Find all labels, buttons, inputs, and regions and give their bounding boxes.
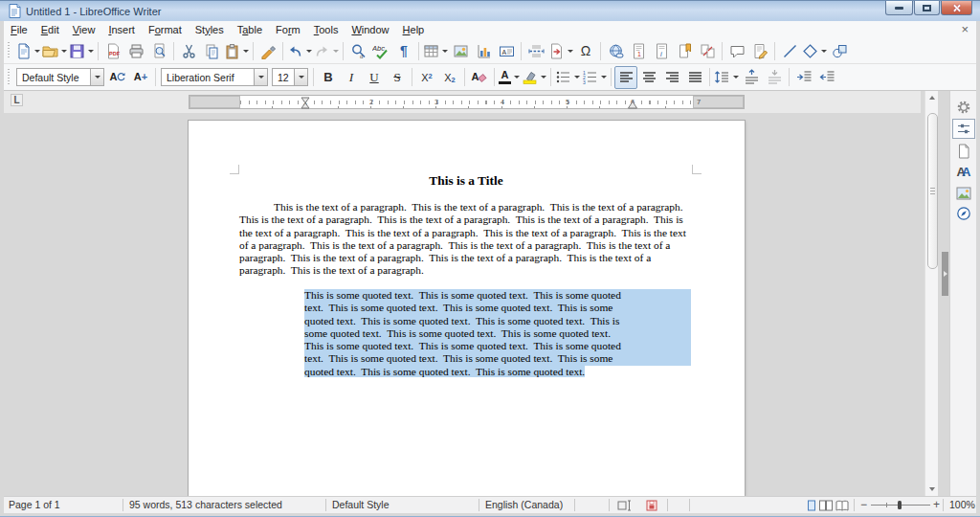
status-word-count[interactable]: 95 words, 513 characters selected [129, 497, 282, 513]
menu-item[interactable]: Table [231, 22, 269, 37]
toolbar-grip[interactable] [6, 69, 11, 86]
zoom-percentage[interactable]: 100% [949, 497, 975, 513]
view-multi-page-button[interactable] [819, 500, 833, 516]
dropdown-arrow[interactable] [34, 50, 40, 53]
sidebar-settings-button[interactable] [952, 97, 975, 117]
menu-item[interactable]: Styles [189, 22, 231, 37]
highlight-color-button[interactable] [521, 66, 547, 89]
horizontal-ruler[interactable]: 1 2 3 4 5 6 7 [189, 95, 745, 109]
dropdown-arrow[interactable] [821, 50, 827, 53]
show-draw-functions-button[interactable] [828, 39, 851, 62]
document-canvas[interactable]: This is a Title This is the text of a pa… [4, 113, 921, 496]
print-button[interactable] [124, 39, 147, 62]
document-modified-indicator[interactable] [646, 500, 657, 516]
insert-comment-button[interactable] [725, 39, 748, 62]
dropdown-arrow[interactable] [61, 50, 67, 53]
sidebar-tab-gallery[interactable] [952, 183, 975, 203]
insert-chart-button[interactable] [472, 39, 495, 62]
scroll-down-button[interactable] [925, 483, 939, 495]
dropdown-arrow[interactable] [442, 50, 448, 53]
insert-text-box-button[interactable]: A [495, 39, 518, 62]
menu-item[interactable]: Help [396, 22, 432, 37]
increase-indent-button[interactable] [792, 66, 815, 89]
superscript-button[interactable]: X2 [415, 66, 438, 89]
insert-endnote-button[interactable]: i [650, 39, 673, 62]
combo-dropdown-button[interactable] [90, 69, 103, 85]
dropdown-arrow[interactable] [306, 50, 312, 53]
status-language[interactable]: English (Canada) [485, 497, 563, 513]
scroll-up-button[interactable] [925, 92, 939, 103]
minimize-button[interactable] [885, 1, 913, 15]
new-document-button[interactable] [14, 39, 41, 62]
view-book-button[interactable] [835, 500, 849, 516]
export-pdf-button[interactable]: PDF [101, 39, 124, 62]
dropdown-arrow[interactable] [514, 76, 520, 79]
strikethrough-button[interactable]: S [386, 66, 409, 89]
dropdown-arrow[interactable] [88, 50, 94, 53]
insert-image-button[interactable] [449, 39, 472, 62]
menu-item[interactable]: Tools [307, 22, 345, 37]
formatting-marks-button[interactable]: ¶ [392, 39, 415, 62]
menu-item[interactable]: Window [345, 22, 395, 37]
menu-item[interactable]: Edit [34, 22, 66, 37]
print-preview-button[interactable] [147, 39, 170, 62]
dropdown-arrow[interactable] [243, 50, 249, 53]
align-left-button[interactable] [614, 66, 637, 89]
maximize-button[interactable] [914, 1, 940, 15]
sidebar-hide-handle[interactable] [942, 252, 948, 296]
zoom-slider-handle[interactable] [898, 501, 902, 509]
update-style-button[interactable]: A [106, 66, 129, 89]
close-button[interactable] [941, 1, 972, 15]
font-name-combo[interactable]: Liberation Serif [161, 68, 268, 86]
sidebar-tab-page[interactable] [952, 141, 975, 161]
increase-paragraph-spacing-button[interactable] [740, 66, 763, 89]
bold-button[interactable]: B [317, 66, 340, 89]
italic-button[interactable]: I [340, 66, 363, 89]
align-right-button[interactable] [660, 66, 683, 89]
menu-item[interactable]: Format [142, 22, 189, 37]
cut-button[interactable] [177, 39, 200, 62]
right-indent-marker[interactable] [628, 101, 637, 109]
clear-formatting-button[interactable]: A [468, 66, 491, 89]
dropdown-arrow[interactable] [568, 50, 573, 53]
undo-button[interactable] [286, 39, 313, 62]
close-document-icon[interactable]: × [961, 23, 969, 35]
decrease-indent-button[interactable] [815, 66, 838, 89]
copy-button[interactable] [200, 39, 223, 62]
open-button[interactable] [41, 39, 68, 62]
insert-footnote-button[interactable]: 1 [627, 39, 650, 62]
insert-special-character-button[interactable]: Ω [574, 39, 597, 62]
vertical-scrollbar[interactable] [924, 91, 938, 496]
ordered-list-button[interactable]: 123 [581, 66, 608, 89]
save-button[interactable] [68, 39, 95, 62]
font-color-button[interactable]: A [498, 66, 521, 89]
combo-dropdown-button[interactable] [254, 69, 267, 85]
insert-field-button[interactable] [547, 39, 574, 62]
status-page-style[interactable]: Default Style [332, 497, 390, 513]
basic-shapes-button[interactable] [801, 39, 828, 62]
title-bar[interactable]: Untitled 1 - LibreOffice Writer [0, 0, 980, 21]
sidebar-tab-styles[interactable]: AA [952, 162, 975, 182]
dropdown-arrow[interactable] [541, 76, 546, 79]
paragraph-style-combo[interactable]: Default Style [16, 68, 104, 86]
sidebar-tab-navigator[interactable] [952, 203, 975, 223]
find-replace-button[interactable]: d [346, 39, 369, 62]
decrease-paragraph-spacing-button[interactable] [763, 66, 786, 89]
sidebar-tab-properties[interactable] [952, 119, 975, 139]
paste-button[interactable] [223, 39, 250, 62]
dropdown-arrow[interactable] [733, 76, 739, 79]
dropdown-arrow[interactable] [574, 76, 580, 79]
insert-bookmark-button[interactable] [673, 39, 696, 62]
scrollbar-thumb[interactable] [927, 113, 938, 269]
line-spacing-button[interactable] [713, 66, 740, 89]
track-changes-button[interactable] [748, 39, 771, 62]
align-center-button[interactable] [637, 66, 660, 89]
selection-mode-indicator[interactable] [617, 500, 632, 516]
menu-item[interactable]: File [4, 22, 34, 37]
document-page[interactable]: This is a Title This is the text of a pa… [189, 121, 745, 496]
font-size-combo[interactable]: 12 [272, 68, 308, 86]
view-single-page-button[interactable] [807, 500, 816, 516]
indent-marker[interactable] [301, 97, 310, 109]
zoom-in-button[interactable]: + [933, 497, 940, 513]
insert-table-button[interactable] [422, 39, 449, 62]
